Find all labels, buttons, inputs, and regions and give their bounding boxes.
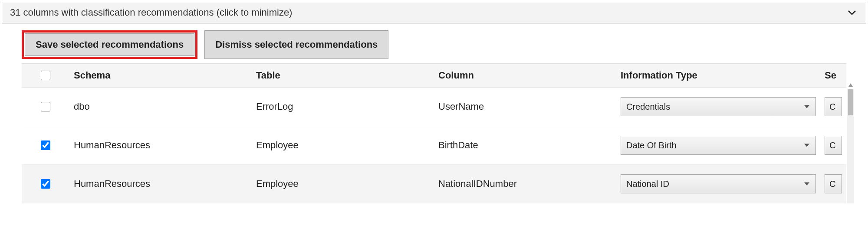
sensitivity-value-cut: C [829,102,835,112]
table-row: HumanResources Employee NationalIDNumber… [22,165,846,203]
header-info-type: Information Type [616,64,820,87]
cell-table: Employee [252,130,434,160]
info-type-value: National ID [626,179,669,189]
sensitivity-value-cut: C [829,179,835,189]
header-column: Column [434,64,616,87]
row-checkbox[interactable] [41,179,50,189]
recommendations-collapse-bar[interactable]: 31 columns with classification recommend… [2,2,866,23]
save-recommendations-button[interactable]: Save selected recommendations [25,33,194,56]
row-checkbox[interactable] [41,140,50,150]
table-header-row: Schema Table Column Information Type Se [22,63,846,88]
table-row: HumanResources Employee BirthDate Date O… [22,126,846,165]
header-table: Table [252,64,434,87]
cell-schema: HumanResources [69,169,252,199]
chevron-down-icon [846,7,858,19]
row-checkbox[interactable] [41,102,50,111]
info-type-value: Date Of Birth [626,140,677,150]
dismiss-recommendations-button[interactable]: Dismiss selected recommendations [204,30,388,59]
info-type-value: Credentials [626,102,670,112]
table-row: dbo ErrorLog UserName Credentials C [22,88,846,126]
info-type-select[interactable]: Date Of Birth [621,136,816,155]
cell-column: NationalIDNumber [434,169,616,199]
cell-table: ErrorLog [252,91,434,122]
collapse-bar-text: 31 columns with classification recommend… [10,7,292,18]
cell-schema: HumanResources [69,130,252,160]
sensitivity-select-cut[interactable]: C [825,97,842,116]
cell-schema: dbo [69,91,252,122]
sensitivity-value-cut: C [829,140,835,150]
cell-column: UserName [434,91,616,122]
sensitivity-select-cut[interactable]: C [825,136,842,155]
highlight-annotation: Save selected recommendations [22,30,197,59]
cell-column: BirthDate [434,130,616,160]
action-button-row: Save selected recommendations Dismiss se… [0,23,868,63]
recommendations-table: Schema Table Column Information Type Se … [22,63,846,203]
sensitivity-select-cut[interactable]: C [825,174,842,193]
info-type-select[interactable]: National ID [621,174,816,193]
header-sensitivity-cut: Se [820,64,864,87]
info-type-select[interactable]: Credentials [621,97,816,116]
scroll-thumb[interactable] [848,89,853,115]
header-schema: Schema [69,64,252,87]
scroll-up-arrow-icon [848,83,853,87]
vertical-scrollbar[interactable] [847,89,854,203]
select-all-checkbox[interactable] [41,71,50,80]
cell-table: Employee [252,169,434,199]
